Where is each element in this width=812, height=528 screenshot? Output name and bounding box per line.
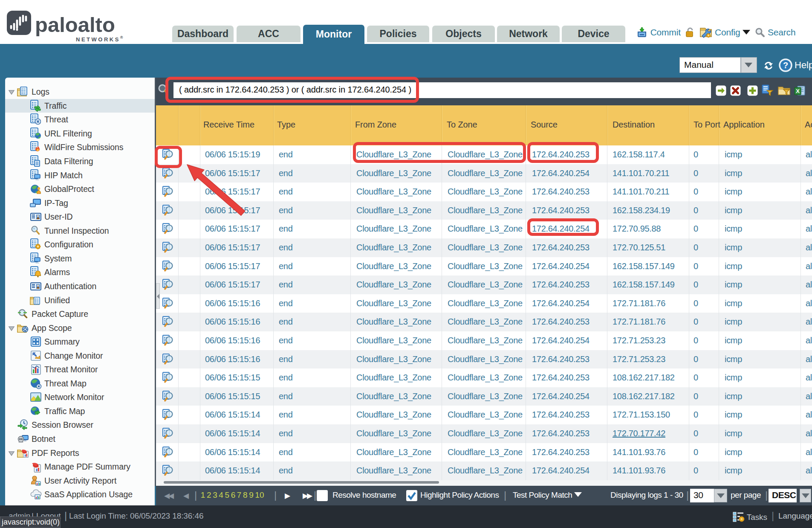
svg-text:X: X [796, 88, 800, 94]
svg-text:?: ? [783, 61, 788, 70]
